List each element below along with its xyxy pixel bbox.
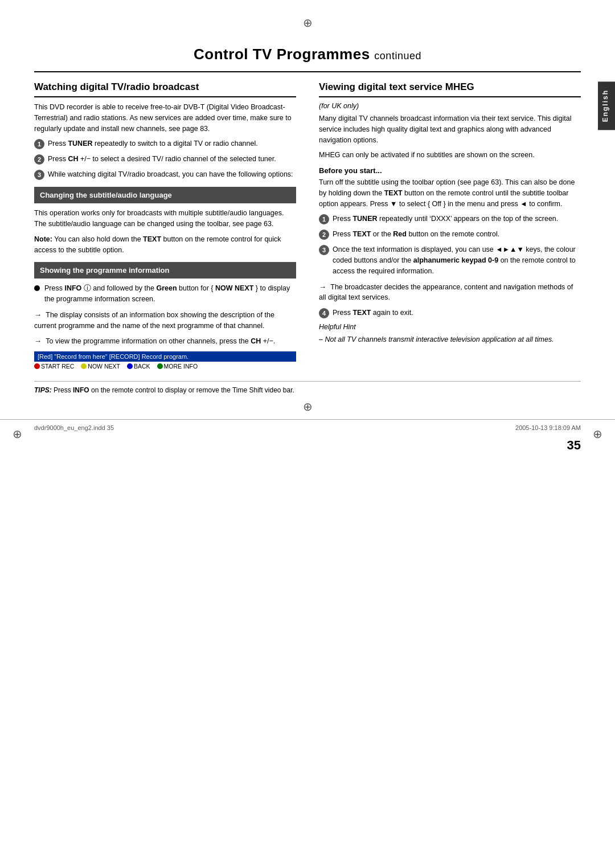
right-step-number-2: 2 — [319, 230, 329, 240]
subtitle-box-text: This operation works only for broadcasts… — [34, 208, 296, 230]
left-column: Watching digital TV/radio broadcast This… — [34, 81, 296, 370]
right-step-number-4: 4 — [319, 308, 329, 318]
back-btn: BACK — [127, 363, 150, 370]
list-item: 1 Press TUNER repeatedly until ‘DXXX’ ap… — [319, 214, 581, 224]
crosshair-right-icon: ⊕ — [593, 427, 602, 441]
footer-left: dvdr9000h_eu_eng2.indd 35 — [34, 424, 114, 431]
page: ⊕ ⊕ ⊕ Control TV Programmes continued Wa… — [0, 0, 615, 868]
blue-dot-icon — [127, 363, 133, 369]
right-section-heading: Viewing digital text service MHEG — [319, 81, 581, 97]
step-3-text: While watching digital TV/radio broadcas… — [48, 169, 293, 180]
programme-info-bullet: Press INFO ⓘ and followed by the Green b… — [34, 283, 296, 305]
list-item: 3 Once the text information is displayed… — [319, 244, 581, 276]
more-info-btn: MORE INFO — [157, 363, 198, 370]
page-title: Control TV Programmes continued — [34, 46, 581, 63]
programme-info-arrow1: → The display consists of an information… — [34, 309, 296, 331]
helpful-hint-text: – Not all TV channels transmit interacti… — [319, 334, 581, 345]
right-step-1-text: Press TUNER repeatedly until ‘DXXX’ appe… — [333, 214, 558, 224]
button-bar: START REC NOW NEXT BACK MORE INFO — [34, 363, 296, 370]
yellow-dot-icon — [81, 363, 87, 369]
step-number-3: 3 — [34, 170, 44, 180]
list-item: 2 Press TEXT or the Red button on the re… — [319, 229, 581, 240]
list-item: 3 While watching digital TV/radio broadc… — [34, 169, 296, 180]
helpful-hint-heading: Helpful Hint — [319, 323, 581, 331]
right-intro-text: Many digital TV channels broadcast infor… — [319, 113, 581, 145]
before-start-text: Turn off the subtitle using the toolbar … — [319, 177, 581, 209]
tips-bar: TIPS: Press INFO on the remote control t… — [34, 381, 581, 394]
step-number-2: 2 — [34, 154, 44, 165]
list-item: 4 Press TEXT again to exit. — [319, 308, 581, 318]
subtitle-box-note: Note: You can also hold down the TEXT bu… — [34, 234, 296, 256]
broadcaster-note: → The broadcaster decides the appearance… — [319, 281, 581, 304]
bullet-icon — [34, 285, 40, 291]
start-rec-btn: START REC — [34, 363, 74, 370]
step-number-1: 1 — [34, 139, 44, 149]
right-step-4-text: Press TEXT again to exit. — [333, 308, 413, 318]
now-next-btn: NOW NEXT — [81, 363, 120, 370]
mheg-note: MHEG can only be activated if no subtitl… — [319, 150, 581, 161]
uk-only-text: (for UK only) — [319, 102, 581, 110]
programme-info-bullet-text: Press INFO ⓘ and followed by the Green b… — [44, 283, 296, 305]
left-steps-list: 1 Press TUNER repeatedly to switch to a … — [34, 138, 296, 180]
subtitle-box-heading: Changing the subtitle/audio language — [34, 187, 296, 203]
step-2-text: Press CH +/− to select a desired TV/ rad… — [48, 154, 276, 165]
step-1-text: Press TUNER repeatedly to switch to a di… — [48, 138, 258, 149]
content-columns: Watching digital TV/radio broadcast This… — [0, 81, 615, 370]
left-section-heading: Watching digital TV/radio broadcast — [34, 81, 296, 97]
list-item: 1 Press TUNER repeatedly to switch to a … — [34, 138, 296, 149]
programme-info-arrow2: → To view the programme information on o… — [34, 335, 296, 347]
title-rule — [34, 71, 581, 72]
red-dot-icon — [34, 363, 40, 369]
list-item: 2 Press CH +/− to select a desired TV/ r… — [34, 154, 296, 165]
right-step-2-text: Press TEXT or the Red button on the remo… — [333, 229, 499, 240]
programme-info-box-heading: Showing the programme information — [34, 262, 296, 279]
right-column: English Viewing digital text service MHE… — [319, 81, 581, 370]
page-footer: dvdr9000h_eu_eng2.indd 35 2005-10-13 9:1… — [0, 419, 615, 436]
arrow-icon: → — [319, 282, 326, 291]
right-steps-list: 1 Press TUNER repeatedly until ‘DXXX’ ap… — [319, 214, 581, 276]
before-start-heading: Before you start... — [319, 166, 581, 175]
page-number: 35 — [0, 438, 615, 453]
right-step-3-text: Once the text information is displayed, … — [333, 244, 581, 276]
crosshair-top-icon: ⊕ — [303, 16, 313, 30]
left-intro-text: This DVD recorder is able to receive fre… — [34, 102, 296, 134]
arrow-icon: → — [34, 337, 42, 345]
right-step4-list: 4 Press TEXT again to exit. — [319, 308, 581, 318]
crosshair-left-icon: ⊕ — [13, 427, 22, 441]
arrow-icon: → — [34, 310, 42, 319]
footer-right: 2005-10-13 9:18:09 AM — [515, 424, 581, 431]
info-bar: [Red] "Record from here" [RECORD] Record… — [34, 351, 296, 362]
right-step-number-3: 3 — [319, 245, 329, 255]
crosshair-bottom-icon: ⊕ — [0, 400, 615, 413]
tips-text: TIPS: Press INFO on the remote control t… — [34, 386, 294, 394]
right-step-number-1: 1 — [319, 214, 329, 224]
english-tab: English — [598, 81, 615, 130]
green-dot-icon — [157, 363, 163, 369]
